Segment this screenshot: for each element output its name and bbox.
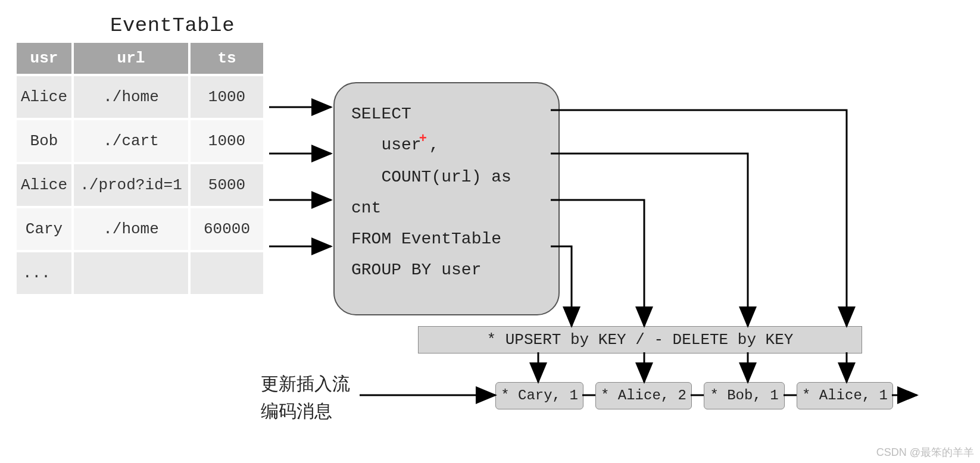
table-row: Alice ./home 1000	[17, 76, 263, 118]
upsert-delete-banner: * UPSERT by KEY / - DELETE by KEY	[418, 326, 862, 353]
cell-url: ./cart	[74, 120, 188, 162]
sql-comma: ,	[429, 136, 439, 154]
cell-ts: 60000	[191, 208, 263, 250]
stream-label-line1: 更新插入流	[261, 370, 350, 398]
output-box: * Alice, 1	[797, 382, 893, 409]
table-row: Bob ./cart 1000	[17, 120, 263, 162]
table-row: Cary ./home 60000	[17, 208, 263, 250]
table-row-ellipsis: ...	[17, 252, 263, 294]
stream-label-line2: 编码消息	[261, 398, 350, 425]
sql-line: cnt	[351, 199, 381, 217]
stream-label: 更新插入流 编码消息	[261, 370, 350, 425]
cell-ts: 1000	[191, 120, 263, 162]
col-usr: usr	[17, 43, 71, 74]
empty-cell	[191, 252, 263, 294]
cell-usr: Alice	[17, 164, 71, 206]
col-ts: ts	[191, 43, 263, 74]
ellipsis: ...	[17, 252, 71, 294]
watermark: CSDN @最笨的羊羊	[876, 445, 974, 459]
col-url: url	[74, 43, 188, 74]
sql-line: GROUP BY user	[351, 261, 481, 279]
cell-url: ./home	[74, 208, 188, 250]
empty-cell	[74, 252, 188, 294]
table-header-row: usr url ts	[17, 43, 263, 74]
event-table: usr url ts Alice ./home 1000 Bob ./cart …	[14, 40, 266, 296]
cell-url: ./prod?id=1	[74, 164, 188, 206]
sql-line: SELECT	[351, 105, 411, 123]
table-row: Alice ./prod?id=1 5000	[17, 164, 263, 206]
cursor-icon: +	[419, 132, 427, 146]
output-box: * Cary, 1	[495, 382, 583, 409]
cell-ts: 1000	[191, 76, 263, 118]
cell-usr: Cary	[17, 208, 71, 250]
cell-ts: 5000	[191, 164, 263, 206]
output-box: * Bob, 1	[704, 382, 785, 409]
table-title: EventTable	[110, 14, 235, 37]
sql-line: user	[351, 136, 422, 154]
output-box: * Alice, 2	[595, 382, 692, 409]
cell-usr: Bob	[17, 120, 71, 162]
sql-line: FROM EventTable	[351, 230, 501, 248]
cell-url: ./home	[74, 76, 188, 118]
sql-line: COUNT(url) as	[351, 168, 511, 186]
sql-operator-box: SELECT user+, COUNT(url) as cnt FROM Eve…	[333, 82, 560, 315]
cell-usr: Alice	[17, 76, 71, 118]
